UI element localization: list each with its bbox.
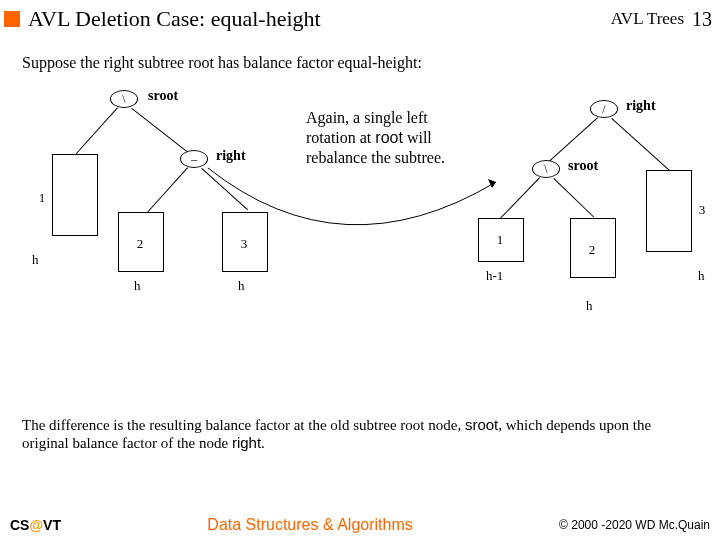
left-right-label: right xyxy=(216,148,246,164)
conclusion-text: The difference is the resulting balance … xyxy=(22,416,698,452)
concl-sroot: sroot xyxy=(465,416,498,433)
explain-line2c: will xyxy=(403,129,432,146)
subtree-2-label: 2 xyxy=(132,236,148,252)
rotation-arrow xyxy=(202,164,502,254)
footer-title: Data Structures & Algorithms xyxy=(61,516,559,534)
right-sroot-label: sroot xyxy=(568,158,598,174)
footer-copyright: © 2000 -2020 WD Mc.Quain xyxy=(559,518,710,532)
explain-line1: Again, a single left xyxy=(306,109,428,126)
slide-title: AVL Deletion Case: equal-height xyxy=(28,6,321,32)
h-label-left: h xyxy=(32,252,39,268)
explain-line2a: rotation at xyxy=(306,129,375,146)
edge xyxy=(611,118,670,171)
edge xyxy=(146,167,188,214)
left-sroot-label: sroot xyxy=(148,88,178,104)
course-name: AVL Trees xyxy=(611,9,684,29)
h-label-right: h xyxy=(238,278,245,294)
edge xyxy=(131,108,193,157)
footer-at: @ xyxy=(29,517,43,533)
edge xyxy=(76,107,118,154)
right-right-node: / xyxy=(590,100,618,118)
edge xyxy=(553,178,594,218)
footer-cs: CS xyxy=(10,517,29,533)
subtree-1-label: 1 xyxy=(34,190,50,206)
right-right-label: right xyxy=(626,98,656,114)
h-label-mid: h xyxy=(134,278,141,294)
r-h-left: h-1 xyxy=(486,268,503,284)
r-subtree-2-label: 2 xyxy=(584,242,600,258)
r-subtree-3-box xyxy=(646,170,692,252)
footer-logo: CS@VT xyxy=(10,517,61,533)
left-sroot-node: \ xyxy=(110,90,138,108)
r-subtree-1-label: 1 xyxy=(492,232,508,248)
footer: CS@VT Data Structures & Algorithms © 200… xyxy=(0,516,720,534)
r-h-mid: h xyxy=(586,298,593,314)
concl-t1: The difference is the resulting balance … xyxy=(22,417,465,433)
header-accent-box xyxy=(4,11,20,27)
diagram-area: \ sroot – right 1 h 2 h 3 h Again, a sin… xyxy=(10,78,710,338)
concl-t3: . xyxy=(261,435,265,451)
subtree-1-box xyxy=(52,154,98,236)
footer-vt: VT xyxy=(43,517,61,533)
explain-root-word: root xyxy=(375,129,403,146)
right-sroot-node: \ xyxy=(532,160,560,178)
page-number: 13 xyxy=(692,8,712,31)
concl-right: right xyxy=(232,434,261,451)
intro-text: Suppose the right subtree root has balan… xyxy=(22,54,720,72)
edge xyxy=(500,177,540,218)
explanation-text: Again, a single left rotation at root wi… xyxy=(306,108,476,168)
r-subtree-3-label: 3 xyxy=(694,202,710,218)
r-h-right: h xyxy=(698,268,705,284)
